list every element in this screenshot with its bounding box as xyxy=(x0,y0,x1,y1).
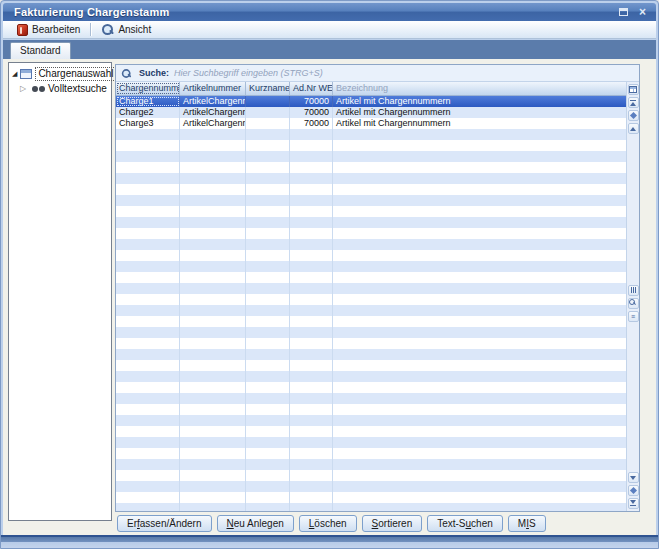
cell[interactable]: 70000 xyxy=(290,107,333,118)
empty-cell xyxy=(333,316,626,327)
restore-button[interactable] xyxy=(617,6,630,18)
empty-cell xyxy=(246,272,290,283)
empty-cell xyxy=(290,162,333,173)
column-header-4[interactable]: Ad.Nr WE xyxy=(290,82,333,95)
cell[interactable]: 70000 xyxy=(290,118,333,129)
bearbeiten-button[interactable]: Bearbeiten xyxy=(10,22,87,38)
empty-cell xyxy=(180,184,246,195)
column-header-1[interactable]: Chargennummer▼ xyxy=(116,82,180,95)
table-row[interactable]: Charge1ArtikelChargennumme70000Artikel m… xyxy=(116,96,626,107)
search-bar[interactable]: Suche: Hier Suchbegriff eingeben (STRG+S… xyxy=(116,65,639,82)
empty-cell xyxy=(116,349,180,360)
cell[interactable] xyxy=(246,118,290,129)
sortieren-button[interactable]: Sortieren xyxy=(362,515,423,532)
empty-row xyxy=(116,294,626,305)
cell[interactable]: Artikel mit Chargennummern xyxy=(333,96,626,107)
empty-cell xyxy=(116,305,180,316)
mis-button[interactable]: MIS xyxy=(508,515,546,532)
tree-item-label: Chargenauswahl xyxy=(35,67,116,81)
table-row[interactable]: Charge3ArtikelChargennumme70000Artikel m… xyxy=(116,118,626,129)
empty-cell xyxy=(180,316,246,327)
empty-cell xyxy=(116,140,180,151)
empty-cell xyxy=(116,338,180,349)
column-chooser-icon xyxy=(629,86,637,93)
column-header-5[interactable]: Bezeichnung xyxy=(333,82,626,95)
window-title: Fakturierung Chargenstamm xyxy=(3,6,169,18)
empty-cell xyxy=(116,426,180,437)
empty-cell xyxy=(116,382,180,393)
empty-cell xyxy=(246,129,290,140)
empty-cell xyxy=(333,371,626,382)
empty-cell xyxy=(333,492,626,503)
tab-standard[interactable]: Standard xyxy=(10,42,71,59)
empty-cell xyxy=(333,360,626,371)
empty-cell xyxy=(116,173,180,184)
table-row[interactable]: Charge2ArtikelChargennumme70000Artikel m… xyxy=(116,107,626,118)
search-placeholder: Hier Suchbegriff eingeben (STRG+S) xyxy=(174,68,323,78)
cell[interactable]: Artikel mit Chargennummern xyxy=(333,118,626,129)
scroll-up-button[interactable] xyxy=(628,123,639,134)
text-suchen-button[interactable]: Text-Suchen xyxy=(427,515,503,532)
empty-cell xyxy=(333,481,626,492)
scroll-down-button[interactable] xyxy=(628,472,639,483)
empty-cell xyxy=(333,184,626,195)
empty-cell xyxy=(180,228,246,239)
cell[interactable]: Artikel mit Chargennummern xyxy=(333,107,626,118)
empty-cell xyxy=(333,162,626,173)
empty-row xyxy=(116,283,626,294)
cell[interactable] xyxy=(246,107,290,118)
filter-button[interactable]: ≡ xyxy=(628,311,639,322)
empty-cell xyxy=(246,415,290,426)
empty-cell xyxy=(333,415,626,426)
column-header-3[interactable]: Kurzname xyxy=(246,82,290,95)
empty-cell xyxy=(246,239,290,250)
zoom-button[interactable] xyxy=(628,298,639,309)
empty-row xyxy=(116,327,626,338)
empty-cell xyxy=(290,129,333,140)
cell[interactable]: Charge1 xyxy=(116,96,180,107)
collapse-arrow-icon[interactable]: ◢ xyxy=(12,69,17,78)
cell[interactable]: Charge2 xyxy=(116,107,180,118)
jump-up-button[interactable] xyxy=(628,110,639,121)
scroll-top-button[interactable] xyxy=(628,97,639,108)
empty-cell xyxy=(116,448,180,459)
grid-body: Chargennummer▼ArtikelnummerKurznameAd.Nr… xyxy=(116,82,639,511)
ansicht-label: Ansicht xyxy=(118,24,151,35)
loeschen-button[interactable]: Löschen xyxy=(299,515,357,532)
close-button[interactable]: × xyxy=(636,6,649,18)
empty-cell xyxy=(290,239,333,250)
empty-cell xyxy=(333,195,626,206)
scroll-bottom-button[interactable] xyxy=(628,498,639,509)
empty-cell xyxy=(116,195,180,206)
empty-cell xyxy=(290,261,333,272)
column-header-2[interactable]: Artikelnummer xyxy=(180,82,246,95)
empty-cell xyxy=(180,283,246,294)
column-chooser-button[interactable] xyxy=(628,84,639,95)
cell[interactable] xyxy=(246,96,290,107)
empty-cell xyxy=(116,206,180,217)
expand-arrow-icon[interactable]: ▷ xyxy=(20,84,29,93)
actions-row: Erfassen/ÄndernNeu AnlegenLöschenSortier… xyxy=(117,513,546,533)
cell[interactable]: ArtikelChargennumme xyxy=(180,107,246,118)
empty-cell xyxy=(180,382,246,393)
erfassen-aendern-button[interactable]: Erfassen/Ändern xyxy=(117,515,212,532)
jump-down-button[interactable] xyxy=(628,485,639,496)
empty-cell xyxy=(116,481,180,492)
empty-cell xyxy=(246,426,290,437)
empty-cell xyxy=(180,415,246,426)
empty-cell xyxy=(333,470,626,481)
columns-button[interactable] xyxy=(628,285,639,296)
empty-cell xyxy=(246,371,290,382)
cell[interactable]: ArtikelChargennumme xyxy=(180,118,246,129)
cell[interactable]: Charge3 xyxy=(116,118,180,129)
ansicht-button[interactable]: Ansicht xyxy=(94,22,158,38)
cell[interactable]: ArtikelChargennumme xyxy=(180,96,246,107)
tree-item-chargenauswahl[interactable]: ◢ Chargenauswahl xyxy=(9,66,111,81)
empty-cell xyxy=(333,294,626,305)
cell[interactable]: 70000 xyxy=(290,96,333,107)
empty-cell xyxy=(246,503,290,511)
tree-item-volltextsuche[interactable]: ▷ Volltextsuche xyxy=(9,81,111,96)
neu-anlegen-button[interactable]: Neu Anlegen xyxy=(217,515,294,532)
empty-cell xyxy=(290,503,333,511)
empty-cell xyxy=(180,239,246,250)
